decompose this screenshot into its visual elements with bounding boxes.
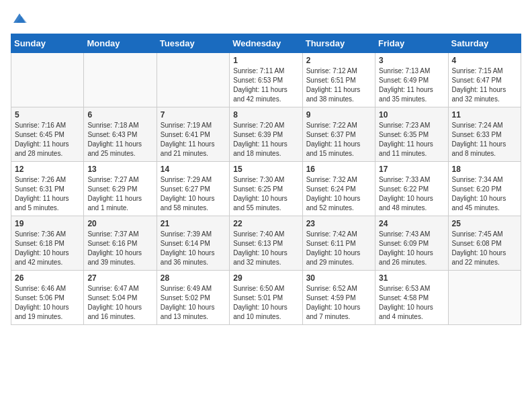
day-number: 31 (379, 273, 444, 283)
calendar-cell: 27Sunrise: 6:47 AMSunset: 5:04 PMDayligh… (84, 271, 157, 325)
calendar-cell: 2Sunrise: 7:12 AMSunset: 6:51 PMDaylight… (302, 53, 375, 107)
day-info: Sunrise: 7:15 AMSunset: 6:47 PMDaylight:… (452, 66, 517, 104)
day-info: Sunrise: 7:36 AMSunset: 6:18 PMDaylight:… (15, 230, 80, 267)
day-info: Sunrise: 7:29 AMSunset: 6:27 PMDaylight:… (161, 175, 226, 213)
day-number: 21 (161, 219, 226, 228)
calendar-header-row: SundayMondayTuesdayWednesdayThursdayFrid… (11, 34, 521, 53)
calendar-cell: 31Sunrise: 6:53 AMSunset: 4:58 PMDayligh… (375, 271, 448, 325)
day-info: Sunrise: 7:32 AMSunset: 6:24 PMDaylight:… (306, 175, 371, 213)
day-number: 8 (233, 110, 298, 120)
calendar-cell: 18Sunrise: 7:34 AMSunset: 6:20 PMDayligh… (448, 162, 521, 216)
calendar-week-row: 19Sunrise: 7:36 AMSunset: 6:18 PMDayligh… (11, 216, 521, 271)
calendar-cell: 14Sunrise: 7:29 AMSunset: 6:27 PMDayligh… (157, 162, 229, 216)
day-number: 9 (306, 110, 371, 120)
day-info: Sunrise: 7:13 AMSunset: 6:49 PMDaylight:… (379, 66, 444, 104)
calendar-cell: 9Sunrise: 7:22 AMSunset: 6:37 PMDaylight… (302, 107, 375, 162)
calendar-cell: 1Sunrise: 7:11 AMSunset: 6:53 PMDaylight… (230, 53, 302, 107)
day-info: Sunrise: 7:42 AMSunset: 6:11 PMDaylight:… (306, 230, 371, 267)
day-info: Sunrise: 7:26 AMSunset: 6:31 PMDaylight:… (15, 175, 80, 213)
day-info: Sunrise: 7:34 AMSunset: 6:20 PMDaylight:… (452, 175, 517, 213)
day-info: Sunrise: 7:12 AMSunset: 6:51 PMDaylight:… (306, 66, 371, 104)
day-number: 3 (379, 56, 444, 65)
day-number: 19 (15, 219, 80, 228)
day-info: Sunrise: 7:22 AMSunset: 6:37 PMDaylight:… (306, 121, 371, 158)
calendar-cell: 17Sunrise: 7:33 AMSunset: 6:22 PMDayligh… (375, 162, 448, 216)
logo-icon (12, 11, 27, 26)
day-number: 14 (161, 165, 226, 174)
calendar-cell: 26Sunrise: 6:46 AMSunset: 5:06 PMDayligh… (11, 271, 84, 325)
calendar-cell: 28Sunrise: 6:49 AMSunset: 5:02 PMDayligh… (157, 271, 229, 325)
calendar-cell: 25Sunrise: 7:45 AMSunset: 6:08 PMDayligh… (448, 216, 521, 271)
calendar-cell: 16Sunrise: 7:32 AMSunset: 6:24 PMDayligh… (302, 162, 375, 216)
calendar-cell: 4Sunrise: 7:15 AMSunset: 6:47 PMDaylight… (448, 53, 521, 107)
day-info: Sunrise: 6:52 AMSunset: 4:59 PMDaylight:… (306, 284, 371, 322)
calendar-cell: 21Sunrise: 7:39 AMSunset: 6:14 PMDayligh… (157, 216, 229, 271)
day-number: 24 (379, 219, 444, 228)
day-number: 15 (233, 165, 298, 174)
calendar-cell: 7Sunrise: 7:19 AMSunset: 6:41 PMDaylight… (157, 107, 229, 162)
day-info: Sunrise: 7:30 AMSunset: 6:25 PMDaylight:… (233, 175, 298, 213)
day-info: Sunrise: 7:18 AMSunset: 6:43 PMDaylight:… (87, 121, 152, 158)
day-info: Sunrise: 7:19 AMSunset: 6:41 PMDaylight:… (161, 121, 226, 158)
day-number: 12 (15, 165, 80, 174)
calendar-cell (448, 271, 521, 325)
calendar-cell (157, 53, 229, 107)
day-info: Sunrise: 7:40 AMSunset: 6:13 PMDaylight:… (233, 230, 298, 267)
calendar-week-row: 12Sunrise: 7:26 AMSunset: 6:31 PMDayligh… (11, 162, 521, 216)
day-number: 22 (233, 219, 298, 228)
day-number: 13 (87, 165, 152, 174)
day-number: 27 (87, 273, 152, 283)
day-info: Sunrise: 7:33 AMSunset: 6:22 PMDaylight:… (379, 175, 444, 213)
day-of-week-header: Friday (375, 34, 448, 53)
calendar-cell (84, 53, 157, 107)
day-info: Sunrise: 7:39 AMSunset: 6:14 PMDaylight:… (161, 230, 226, 267)
day-info: Sunrise: 6:47 AMSunset: 5:04 PMDaylight:… (87, 284, 152, 322)
calendar-cell: 24Sunrise: 7:43 AMSunset: 6:09 PMDayligh… (375, 216, 448, 271)
day-number: 11 (452, 110, 517, 120)
day-info: Sunrise: 6:53 AMSunset: 4:58 PMDaylight:… (379, 284, 444, 322)
day-number: 2 (306, 56, 371, 65)
day-number: 26 (15, 273, 80, 283)
calendar-week-row: 26Sunrise: 6:46 AMSunset: 5:06 PMDayligh… (11, 271, 521, 325)
day-number: 6 (87, 110, 152, 120)
day-of-week-header: Sunday (11, 34, 84, 53)
day-number: 5 (15, 110, 80, 120)
calendar-cell: 20Sunrise: 7:37 AMSunset: 6:16 PMDayligh… (84, 216, 157, 271)
calendar-cell: 15Sunrise: 7:30 AMSunset: 6:25 PMDayligh… (230, 162, 302, 216)
day-number: 30 (306, 273, 371, 283)
calendar-cell: 11Sunrise: 7:24 AMSunset: 6:33 PMDayligh… (448, 107, 521, 162)
calendar-cell: 10Sunrise: 7:23 AMSunset: 6:35 PMDayligh… (375, 107, 448, 162)
day-info: Sunrise: 6:49 AMSunset: 5:02 PMDaylight:… (161, 284, 226, 322)
calendar-cell: 29Sunrise: 6:50 AMSunset: 5:01 PMDayligh… (230, 271, 302, 325)
day-number: 16 (306, 165, 371, 174)
day-info: Sunrise: 6:50 AMSunset: 5:01 PMDaylight:… (233, 284, 298, 322)
calendar-cell: 30Sunrise: 6:52 AMSunset: 4:59 PMDayligh… (302, 271, 375, 325)
calendar-cell: 23Sunrise: 7:42 AMSunset: 6:11 PMDayligh… (302, 216, 375, 271)
day-number: 1 (233, 56, 298, 65)
day-info: Sunrise: 7:43 AMSunset: 6:09 PMDaylight:… (379, 230, 444, 267)
day-of-week-header: Saturday (448, 34, 521, 53)
day-of-week-header: Wednesday (230, 34, 302, 53)
day-number: 28 (161, 273, 226, 283)
day-number: 29 (233, 273, 298, 283)
calendar-cell: 5Sunrise: 7:16 AMSunset: 6:45 PMDaylight… (11, 107, 84, 162)
day-info: Sunrise: 7:27 AMSunset: 6:29 PMDaylight:… (87, 175, 152, 213)
logo (11, 11, 27, 26)
day-of-week-header: Thursday (302, 34, 375, 53)
calendar-cell: 3Sunrise: 7:13 AMSunset: 6:49 PMDaylight… (375, 53, 448, 107)
day-info: Sunrise: 7:11 AMSunset: 6:53 PMDaylight:… (233, 66, 298, 104)
day-of-week-header: Tuesday (157, 34, 229, 53)
page-header (11, 11, 521, 26)
calendar-cell: 19Sunrise: 7:36 AMSunset: 6:18 PMDayligh… (11, 216, 84, 271)
day-number: 18 (452, 165, 517, 174)
day-info: Sunrise: 7:20 AMSunset: 6:39 PMDaylight:… (233, 121, 298, 158)
day-number: 7 (161, 110, 226, 120)
day-number: 17 (379, 165, 444, 174)
calendar-table: SundayMondayTuesdayWednesdayThursdayFrid… (11, 34, 521, 325)
day-of-week-header: Monday (84, 34, 157, 53)
day-number: 10 (379, 110, 444, 120)
day-info: Sunrise: 7:16 AMSunset: 6:45 PMDaylight:… (15, 121, 80, 158)
day-number: 25 (452, 219, 517, 228)
day-info: Sunrise: 6:46 AMSunset: 5:06 PMDaylight:… (15, 284, 80, 322)
calendar-cell: 8Sunrise: 7:20 AMSunset: 6:39 PMDaylight… (230, 107, 302, 162)
